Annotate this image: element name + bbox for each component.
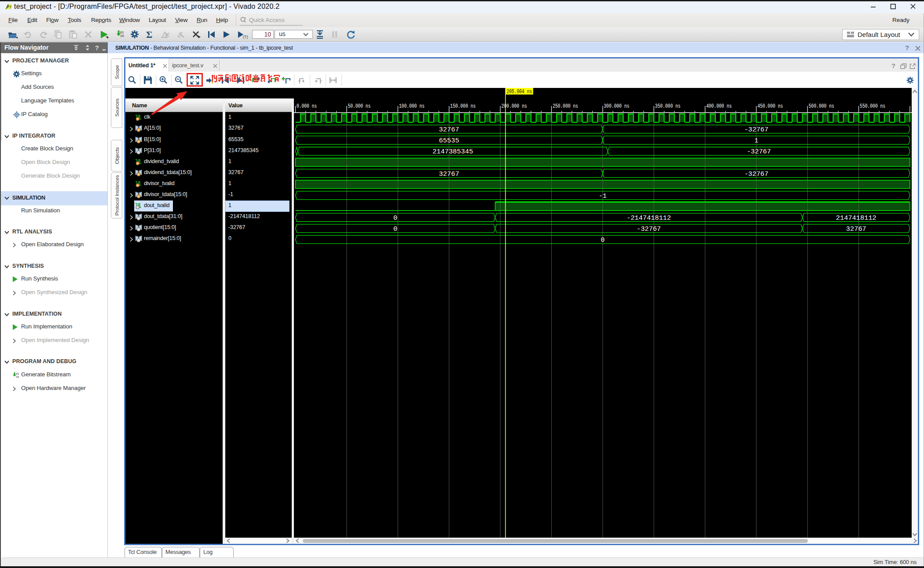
svg-text:0: 0 xyxy=(393,214,397,222)
svg-text:100.000 ns: 100.000 ns xyxy=(399,103,425,109)
svg-text:300.000 ns: 300.000 ns xyxy=(604,103,629,109)
svg-text:01: 01 xyxy=(120,31,124,34)
svg-text:32767: 32767 xyxy=(439,126,459,134)
svg-text:-32767: -32767 xyxy=(637,226,661,233)
svg-text:0: 0 xyxy=(393,226,397,233)
svg-text:50.000 ns: 50.000 ns xyxy=(348,103,370,109)
svg-text:-2147418112: -2147418112 xyxy=(627,214,671,222)
svg-text:-32767: -32767 xyxy=(744,170,768,178)
svg-text:450.000 ns: 450.000 ns xyxy=(757,103,783,109)
svg-text:500.000 ns: 500.000 ns xyxy=(809,103,834,109)
svg-text:32767: 32767 xyxy=(846,226,866,233)
svg-text:10: 10 xyxy=(120,34,124,38)
svg-text:Σ: Σ xyxy=(146,29,152,39)
svg-text:550.000 ns: 550.000 ns xyxy=(860,103,885,109)
svg-text:350.000 ns: 350.000 ns xyxy=(655,103,681,109)
svg-text:0.000 ns: 0.000 ns xyxy=(297,103,317,109)
svg-text:150.000 ns: 150.000 ns xyxy=(450,103,476,109)
svg-text:205.004 ns: 205.004 ns xyxy=(506,88,532,95)
svg-text:2147385345: 2147385345 xyxy=(433,148,473,156)
svg-text:(T): (T) xyxy=(243,35,248,39)
svg-text:65535: 65535 xyxy=(439,137,459,145)
svg-text:-1: -1 xyxy=(599,192,607,200)
svg-text:32767: 32767 xyxy=(439,170,459,178)
svg-text:-32767: -32767 xyxy=(747,148,771,156)
svg-text:400.000 ns: 400.000 ns xyxy=(706,103,732,109)
svg-text:-32767: -32767 xyxy=(744,126,768,134)
svg-text:2147418112: 2147418112 xyxy=(836,214,876,222)
svg-text:10: 10 xyxy=(16,375,19,379)
svg-text:0: 0 xyxy=(601,237,605,244)
svg-text:1: 1 xyxy=(754,137,758,145)
svg-text:?: ? xyxy=(95,44,99,51)
svg-text:250.000 ns: 250.000 ns xyxy=(553,103,578,109)
